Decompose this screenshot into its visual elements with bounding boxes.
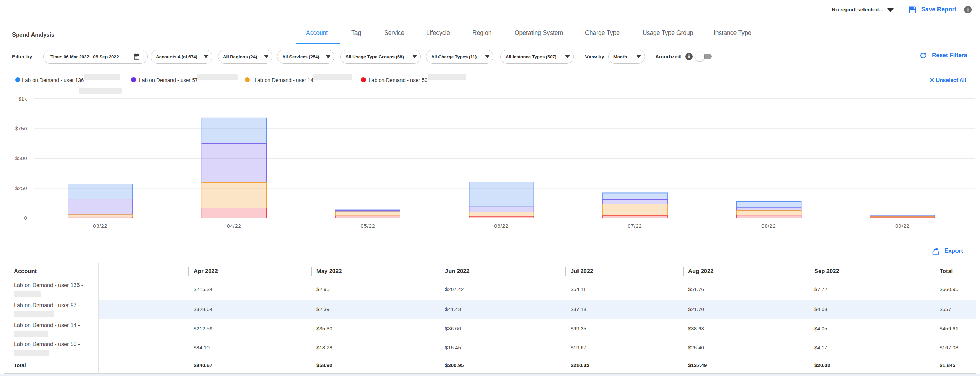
svg-text:$1k: $1k xyxy=(18,96,27,102)
svg-text:$250: $250 xyxy=(15,186,27,191)
svg-text:08/22: 08/22 xyxy=(762,223,776,229)
svg-text:05/22: 05/22 xyxy=(361,223,375,229)
svg-text:06/22: 06/22 xyxy=(494,223,508,229)
svg-text:04/22: 04/22 xyxy=(227,223,241,229)
svg-text:$500: $500 xyxy=(15,155,27,161)
svg-text:07/22: 07/22 xyxy=(628,223,642,229)
svg-text:03/22: 03/22 xyxy=(93,223,107,229)
svg-text:$750: $750 xyxy=(15,126,27,131)
svg-text:09/22: 09/22 xyxy=(895,223,910,229)
svg-text:0: 0 xyxy=(24,215,27,221)
